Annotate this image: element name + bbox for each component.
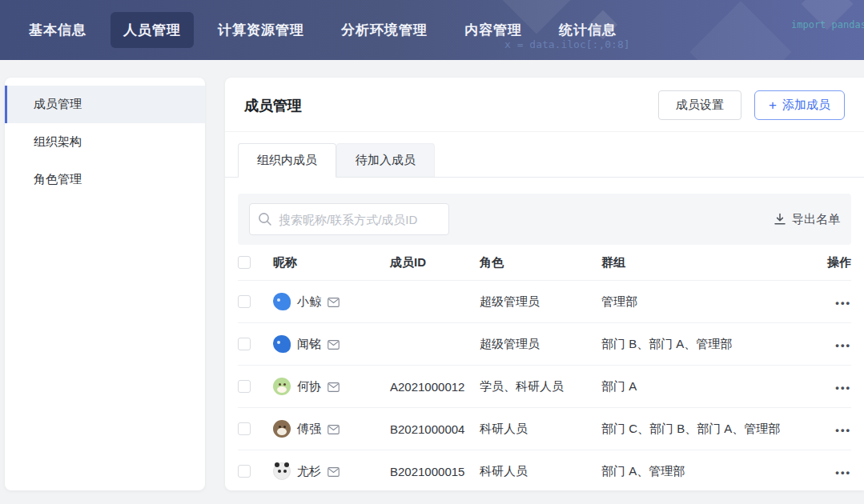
envelope-icon[interactable] bbox=[328, 298, 340, 307]
table-row: 闻铭 超级管理员 部门 B、部门 A、管理部 ••• bbox=[238, 323, 851, 366]
nav-item-basic-info[interactable]: 基本信息 bbox=[16, 12, 99, 48]
column-header-group: 群组 bbox=[601, 255, 813, 270]
column-header-member-id: 成员ID bbox=[390, 255, 480, 270]
member-avatar-panda-icon bbox=[273, 462, 291, 480]
member-groups: 部门 B、部门 A、管理部 bbox=[601, 337, 813, 352]
search-box bbox=[249, 203, 449, 235]
column-header-role: 角色 bbox=[480, 255, 601, 270]
row-checkbox[interactable] bbox=[238, 422, 251, 435]
member-id: B2021000004 bbox=[390, 422, 480, 436]
member-roles: 超级管理员 bbox=[480, 294, 601, 310]
table-row: 傅强 B2021000004 科研人员 部门 C、部门 B、部门 A、管理部 •… bbox=[238, 408, 851, 450]
member-nickname: 闻铭 bbox=[297, 337, 321, 352]
nav-decor-code-snippet: import pandas bbox=[791, 19, 864, 30]
main-panel: 成员管理 成员设置 + 添加成员 组织内成员 待加入成员 bbox=[225, 78, 864, 490]
sidebar-item-member-management[interactable]: 成员管理 bbox=[5, 86, 205, 123]
member-roles: 学员、科研人员 bbox=[480, 379, 601, 394]
table-row: 小鲸 超级管理员 管理部 ••• bbox=[238, 281, 851, 323]
tab-pending-members[interactable]: 待加入成员 bbox=[336, 143, 435, 177]
nav-item-analysis-environment[interactable]: 分析环境管理 bbox=[328, 12, 440, 48]
sidebar: 成员管理 组织架构 角色管理 bbox=[5, 78, 205, 490]
member-groups: 部门 A bbox=[601, 379, 813, 394]
download-icon bbox=[774, 213, 786, 226]
member-avatar-whale-icon bbox=[273, 293, 291, 310]
member-settings-button[interactable]: 成员设置 bbox=[658, 90, 741, 120]
more-actions-icon[interactable]: ••• bbox=[835, 466, 851, 478]
member-avatar-cow-icon bbox=[273, 378, 291, 395]
nav-item-computing-resources[interactable]: 计算资源管理 bbox=[205, 12, 317, 48]
add-member-label: 添加成员 bbox=[782, 98, 830, 113]
row-checkbox[interactable] bbox=[238, 465, 251, 478]
member-groups: 管理部 bbox=[601, 294, 813, 310]
member-tabs: 组织内成员 待加入成员 bbox=[225, 132, 864, 178]
member-groups: 部门 A、管理部 bbox=[601, 464, 813, 479]
member-roles: 科研人员 bbox=[480, 464, 601, 479]
more-actions-icon[interactable]: ••• bbox=[835, 382, 851, 394]
export-list-link[interactable]: 导出名单 bbox=[774, 212, 840, 227]
member-nickname: 尤杉 bbox=[297, 464, 321, 479]
nav-item-statistics[interactable]: 统计信息 bbox=[546, 12, 629, 48]
tab-org-members[interactable]: 组织内成员 bbox=[238, 143, 336, 178]
search-icon bbox=[258, 212, 272, 230]
table-row: 何协 A2021000012 学员、科研人员 部门 A ••• bbox=[238, 366, 851, 408]
envelope-icon[interactable] bbox=[328, 340, 340, 350]
more-actions-icon[interactable]: ••• bbox=[835, 424, 851, 436]
envelope-icon[interactable] bbox=[328, 467, 340, 477]
main-header: 成员管理 成员设置 + 添加成员 bbox=[225, 78, 864, 132]
nav-item-content-management[interactable]: 内容管理 bbox=[452, 12, 535, 48]
sidebar-item-org-structure[interactable]: 组织架构 bbox=[5, 123, 205, 161]
row-checkbox[interactable] bbox=[238, 295, 251, 308]
envelope-icon[interactable] bbox=[328, 425, 340, 434]
row-checkbox[interactable] bbox=[238, 380, 251, 393]
add-member-button[interactable]: + 添加成员 bbox=[754, 90, 845, 120]
more-actions-icon[interactable]: ••• bbox=[835, 297, 851, 309]
member-avatar-whale-icon bbox=[273, 335, 291, 353]
row-checkbox[interactable] bbox=[238, 338, 251, 350]
envelope-icon[interactable] bbox=[328, 382, 340, 392]
table-header-row: 昵称 成员ID 角色 群组 操作 bbox=[238, 245, 851, 281]
plus-icon: + bbox=[769, 98, 777, 112]
select-all-checkbox[interactable] bbox=[238, 256, 251, 269]
member-nickname: 何协 bbox=[297, 379, 321, 394]
member-id: B2021000015 bbox=[390, 465, 480, 478]
member-avatar-bear-icon bbox=[273, 420, 291, 438]
table-row: 尤杉 B2021000015 科研人员 部门 A、管理部 ••• bbox=[238, 450, 851, 490]
column-header-action: 操作 bbox=[813, 255, 851, 270]
search-input[interactable] bbox=[249, 203, 449, 235]
page-title: 成员管理 bbox=[244, 96, 658, 115]
more-actions-icon[interactable]: ••• bbox=[835, 339, 851, 351]
nav-item-personnel-management[interactable]: 人员管理 bbox=[111, 12, 194, 48]
member-roles: 超级管理员 bbox=[480, 337, 601, 352]
export-list-label: 导出名单 bbox=[792, 212, 840, 227]
sidebar-item-role-management[interactable]: 角色管理 bbox=[5, 161, 205, 198]
column-header-nickname: 昵称 bbox=[273, 255, 390, 270]
top-navigation-bar: x = data.iloc[:,0:8] import pandas 基本信息 … bbox=[0, 0, 864, 60]
search-toolbar: 导出名单 bbox=[238, 194, 851, 245]
member-id: A2021000012 bbox=[390, 380, 480, 394]
member-nickname: 傅强 bbox=[297, 422, 321, 437]
member-nickname: 小鲸 bbox=[297, 294, 321, 310]
members-table: 昵称 成员ID 角色 群组 操作 小鲸 超级管理员 管理部 bbox=[238, 245, 851, 490]
member-roles: 科研人员 bbox=[480, 422, 601, 437]
member-groups: 部门 C、部门 B、部门 A、管理部 bbox=[601, 422, 813, 437]
